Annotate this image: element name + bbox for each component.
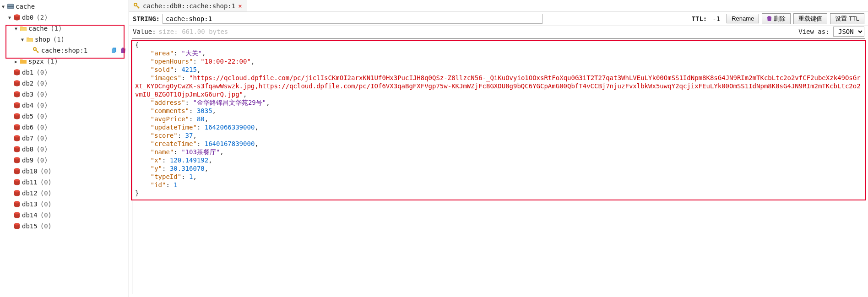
- value-textarea[interactable]: { "area": "大关", "openHours": "10:00-22:0…: [132, 38, 865, 294]
- tree-db-label: db10: [22, 167, 38, 175]
- svg-point-25: [14, 157, 20, 160]
- value-meta-bar: Value: size: 661.00 bytes View as: JSON: [129, 26, 868, 38]
- svg-point-29: [14, 179, 20, 182]
- tree-db0-count: (2): [36, 14, 48, 21]
- tab-bar: cache::db0::cache:shop:1 ×: [129, 0, 868, 12]
- tree-folder-cache-label: cache: [28, 25, 48, 32]
- database-icon: [13, 178, 21, 186]
- svg-point-3: [14, 15, 20, 17]
- key-name-input[interactable]: [163, 14, 542, 24]
- database-icon: [13, 14, 21, 21]
- tree-db-item[interactable]: db6(0): [0, 122, 129, 133]
- tree-folder-spzx[interactable]: ▶ spzx (1): [0, 56, 129, 67]
- tree-db-item[interactable]: db15(0): [0, 221, 129, 232]
- tree-db-item[interactable]: db11(0): [0, 177, 129, 188]
- tree-db-label: db2: [22, 80, 33, 87]
- ttl-label: TTL:: [692, 15, 707, 22]
- tree-db-count: (0): [36, 157, 48, 164]
- tree-folder-cache[interactable]: ▼ cache (1): [0, 23, 129, 34]
- tree-db-label: db4: [22, 102, 33, 109]
- chevron-down-icon[interactable]: ▼: [0, 4, 6, 9]
- svg-point-23: [14, 146, 20, 149]
- tree-db-count: (0): [36, 91, 48, 98]
- tree-db-label: db7: [22, 135, 33, 142]
- tab-active[interactable]: cache::db0::cache:shop:1 ×: [129, 0, 247, 11]
- tree-db-item[interactable]: db5(0): [0, 111, 129, 122]
- tree-db-item[interactable]: db12(0): [0, 188, 129, 199]
- tree-db-item[interactable]: db14(0): [0, 210, 129, 221]
- tab-title: cache::db0::cache:shop:1: [143, 2, 235, 10]
- svg-point-37: [14, 223, 20, 226]
- chevron-down-icon[interactable]: ▼: [6, 15, 13, 20]
- tree-key-label: cache:shop:1: [41, 47, 87, 54]
- tree-db-label: db8: [22, 146, 33, 153]
- database-icon: [13, 189, 21, 197]
- chevron-down-icon[interactable]: ▼: [19, 37, 26, 42]
- tree-db-count: (0): [36, 135, 48, 142]
- close-icon[interactable]: ×: [238, 2, 242, 10]
- tree-db-item[interactable]: db8(0): [0, 144, 129, 155]
- tree-db-label: db1: [22, 69, 33, 76]
- tree-db-label: db6: [22, 124, 33, 131]
- tree-db-label: db5: [22, 113, 33, 120]
- tree-folder-shop[interactable]: ▼ shop (1): [0, 34, 129, 45]
- tree-db-item[interactable]: db10(0): [0, 166, 129, 177]
- svg-point-19: [14, 124, 20, 127]
- reload-button[interactable]: 重载键值: [793, 13, 827, 24]
- svg-point-13: [14, 92, 20, 94]
- tree-db-item[interactable]: db3(0): [0, 89, 129, 100]
- tree-db-label: db13: [22, 200, 38, 208]
- delete-key-icon[interactable]: [120, 47, 127, 54]
- tree-db-count: (0): [40, 189, 52, 197]
- tree-db-count: (0): [36, 102, 48, 109]
- tree-db-item[interactable]: db7(0): [0, 133, 129, 144]
- tree-db-item[interactable]: db13(0): [0, 199, 129, 210]
- database-icon: [13, 167, 21, 175]
- tree-db0[interactable]: ▼ db0 (2): [0, 12, 129, 23]
- viewas-label: View as:: [798, 28, 829, 35]
- database-icon: [13, 91, 21, 98]
- database-icon: [13, 124, 21, 131]
- folder-open-icon: [19, 25, 27, 32]
- tree-folder-spzx-count: (1): [47, 58, 58, 65]
- database-icon: [13, 102, 21, 109]
- svg-rect-6: [112, 49, 115, 53]
- svg-point-9: [14, 70, 20, 72]
- tree-db-label: db12: [22, 189, 38, 197]
- svg-rect-39: [768, 16, 771, 17]
- folder-open-icon: [26, 36, 34, 43]
- ttl-value: -1: [712, 15, 720, 22]
- tree-folder-spzx-label: spzx: [28, 58, 44, 65]
- rename-button[interactable]: Rename: [727, 14, 759, 23]
- delete-button[interactable]: 删除: [762, 13, 791, 24]
- chevron-down-icon[interactable]: ▼: [13, 26, 19, 31]
- viewas-select[interactable]: JSON: [833, 27, 864, 37]
- tree-db-count: (0): [36, 69, 48, 76]
- key-icon: [134, 3, 140, 9]
- tree-db-count: (0): [40, 167, 52, 175]
- tree-db-count: (0): [36, 146, 48, 153]
- copy-icon[interactable]: [111, 47, 118, 54]
- value-size: size: 661.00 bytes: [159, 28, 228, 35]
- tree-db-item[interactable]: db1(0): [0, 67, 129, 78]
- database-icon: [13, 80, 21, 87]
- key-icon: [32, 47, 40, 54]
- type-label: STRING:: [133, 15, 160, 22]
- server-icon: [6, 3, 15, 10]
- tree-db-item[interactable]: db2(0): [0, 78, 129, 89]
- tree-db-label: db11: [22, 178, 38, 186]
- svg-point-35: [14, 212, 20, 215]
- tree-root[interactable]: ▼ cache: [0, 1, 129, 12]
- tree-key-item[interactable]: cache:shop:1: [0, 45, 129, 56]
- tree-folder-shop-label: shop: [35, 36, 50, 43]
- set-ttl-button[interactable]: 设置 TTL: [830, 13, 864, 24]
- key-info-bar: STRING: TTL: -1 Rename 删除 重载键值 设置 TTL: [129, 12, 868, 26]
- database-icon: [13, 135, 21, 142]
- database-icon: [13, 222, 21, 230]
- database-icon: [13, 113, 21, 120]
- tree-db-item[interactable]: db4(0): [0, 100, 129, 111]
- tree-db-item[interactable]: db9(0): [0, 155, 129, 166]
- chevron-right-icon[interactable]: ▶: [13, 59, 19, 64]
- tree-db-count: (0): [36, 113, 48, 120]
- trash-icon: [767, 16, 772, 22]
